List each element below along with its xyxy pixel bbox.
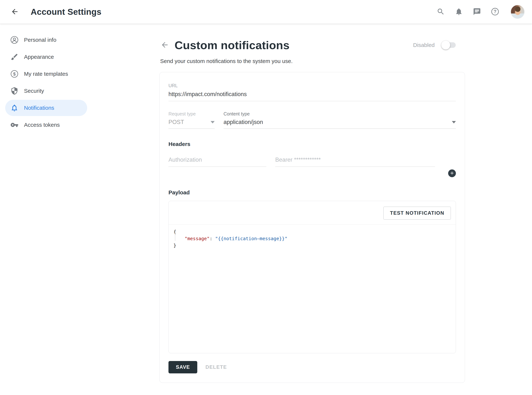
topbar: Account Settings ? [0,0,532,24]
search-icon [437,8,445,16]
content-type-select[interactable]: application/json [223,119,456,129]
sidebar-item-my-rate-templates[interactable]: $ My rate templates [5,66,87,82]
plus-icon [450,170,455,176]
code-line: } [174,242,451,249]
payload-title: Payload [168,189,456,196]
app-title: Account Settings [31,7,101,17]
page-subtitle: Send your custom notifications to the sy… [159,58,465,64]
test-notification-button[interactable]: TEST NOTIFICATION [383,207,451,220]
dollar-icon: $ [10,70,18,78]
enable-toggle[interactable] [442,42,456,48]
main-content: Custom notifications Disabled Send your … [159,24,465,383]
user-avatar[interactable] [510,5,525,19]
url-label: URL [168,83,456,88]
sidebar-item-access-tokens[interactable]: Access tokens [5,117,87,133]
page-heading-row: Custom notifications Disabled [159,37,465,54]
key-icon [10,121,18,129]
delete-button: DELETE [205,364,227,370]
save-button[interactable]: SAVE [168,361,197,373]
chevron-down-icon [452,121,456,123]
sidebar-item-label: Security [24,88,44,94]
headers-title: Headers [168,141,456,147]
request-type-label: Request type [168,111,215,117]
svg-text:?: ? [494,9,496,14]
chat-icon [473,8,481,16]
content-type-label: Content type [223,111,456,117]
code-value: "{{notification—message}}" [215,236,288,241]
url-field: URL [168,83,456,101]
sidebar-item-notifications[interactable]: Notifications [5,100,87,116]
add-header-button[interactable] [448,170,456,177]
payload-box: TEST NOTIFICATION { "message": "{{notifi… [168,201,456,353]
code-separator: : [210,236,215,241]
headers-row [168,154,456,167]
arrow-back-icon [161,47,169,50]
content-type-value: application/json [223,119,263,126]
card-actions: SAVE DELETE [168,361,456,373]
topbar-back-button[interactable] [10,7,19,16]
arrow-back-icon [11,13,19,16]
header-value-input[interactable] [275,154,435,167]
svg-text:$: $ [13,71,16,77]
sidebar-item-label: Appearance [24,54,54,60]
page-back-button[interactable] [160,40,169,50]
sidebar-item-security[interactable]: Security [5,83,87,99]
payload-toolbar: TEST NOTIFICATION [169,201,456,225]
sidebar-item-label: Access tokens [24,122,60,128]
code-line: { [174,228,451,235]
sidebar-item-label: My rate templates [24,71,68,77]
sidebar-item-personal-info[interactable]: Personal info [5,32,87,48]
toggle-knob [441,41,450,49]
sidebar-item-label: Notifications [24,105,54,111]
sidebar-item-label: Personal info [24,37,56,43]
topbar-actions: ? [436,5,525,19]
chat-button[interactable] [472,7,481,16]
enable-toggle-group: Disabled [413,42,456,48]
code-key: "message" [185,236,209,241]
sidebar: Personal info Appearance $ My rate templ… [0,24,89,134]
indent-guide [175,232,175,241]
brush-icon [10,53,18,61]
person-icon [10,36,18,44]
help-icon: ? [491,8,499,16]
request-type-select: POST [168,119,215,129]
notifications-button[interactable] [454,7,463,16]
payload-code-editor[interactable]: { "message": "{{notification—message}}" … [169,225,456,353]
sidebar-item-appearance[interactable]: Appearance [5,49,87,65]
request-type-field: Request type POST [168,111,215,129]
bell-icon [455,8,463,16]
content-type-field: Content type application/json [223,111,456,129]
request-type-value: POST [168,119,184,126]
chevron-down-icon [211,121,215,123]
bell-icon [10,104,18,112]
header-name-input[interactable] [168,154,266,167]
notification-settings-card: URL Request type POST Content type appli… [159,72,465,383]
page-title: Custom notifications [174,38,290,52]
help-button[interactable]: ? [491,7,499,16]
type-selects-row: Request type POST Content type applicati… [168,111,456,129]
toggle-label: Disabled [413,42,435,48]
search-button[interactable] [436,7,445,16]
shield-icon [10,87,18,95]
code-line: "message": "{{notification—message}}" [174,235,451,242]
url-input[interactable] [168,91,456,101]
add-header-row [168,170,456,177]
